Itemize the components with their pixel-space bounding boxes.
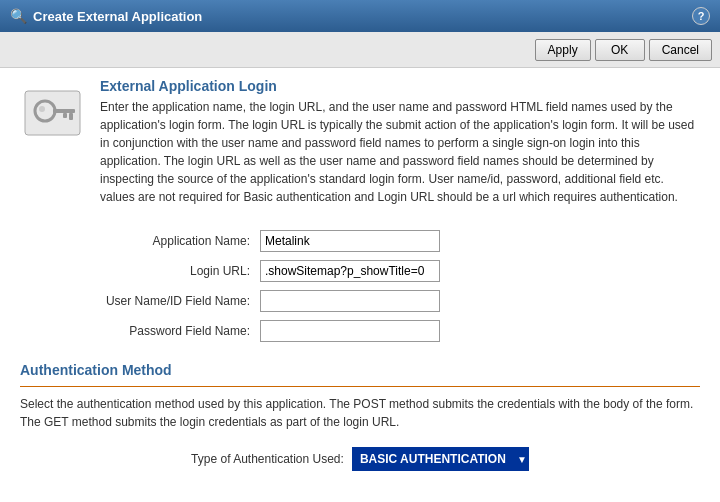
form-row-login-url: Login URL: <box>100 260 700 282</box>
external-login-title: External Application Login <box>100 78 700 94</box>
svg-point-5 <box>39 106 45 112</box>
ok-button[interactable]: OK <box>595 39 645 61</box>
apply-button[interactable]: Apply <box>535 39 591 61</box>
title-bar-title: Create External Application <box>33 9 202 24</box>
input-password-field[interactable] <box>260 320 440 342</box>
help-button[interactable]: ? <box>692 7 710 25</box>
auth-type-label: Type of Authentication Used: <box>191 452 344 466</box>
toolbar: Apply OK Cancel <box>0 32 720 68</box>
form-row-password-field: Password Field Name: <box>100 320 700 342</box>
svg-rect-4 <box>63 113 67 118</box>
section-divider <box>20 386 700 387</box>
form-row-app-name: Application Name: <box>100 230 700 252</box>
auth-method-desc: Select the authentication method used by… <box>20 395 700 431</box>
svg-rect-3 <box>69 113 73 120</box>
form-row-username-field: User Name/ID Field Name: <box>100 290 700 312</box>
external-login-section: External Application Login Enter the app… <box>100 78 700 222</box>
title-bar-left: 🔍 Create External Application <box>10 8 202 24</box>
login-form: Application Name: Login URL: User Name/I… <box>100 230 700 342</box>
label-login-url: Login URL: <box>100 264 260 278</box>
main-content: External Application Login Enter the app… <box>0 68 720 502</box>
label-app-name: Application Name: <box>100 234 260 248</box>
input-username-field[interactable] <box>260 290 440 312</box>
header-area: External Application Login Enter the app… <box>20 78 700 222</box>
title-bar-icon: 🔍 <box>10 8 27 24</box>
key-icon <box>20 83 90 143</box>
svg-rect-2 <box>53 109 75 113</box>
auth-type-select[interactable]: BASIC AUTHENTICATION POST GET <box>352 447 529 471</box>
auth-type-row: Type of Authentication Used: BASIC AUTHE… <box>20 447 700 471</box>
auth-method-title: Authentication Method <box>20 362 700 378</box>
cancel-button[interactable]: Cancel <box>649 39 712 61</box>
auth-method-section: Authentication Method Select the authent… <box>20 362 700 471</box>
title-bar: 🔍 Create External Application ? <box>0 0 720 32</box>
input-app-name[interactable] <box>260 230 440 252</box>
label-username-field: User Name/ID Field Name: <box>100 294 260 308</box>
external-login-desc: Enter the application name, the login UR… <box>100 98 700 206</box>
label-password-field: Password Field Name: <box>100 324 260 338</box>
auth-select-wrapper: BASIC AUTHENTICATION POST GET ▼ <box>352 447 529 471</box>
input-login-url[interactable] <box>260 260 440 282</box>
